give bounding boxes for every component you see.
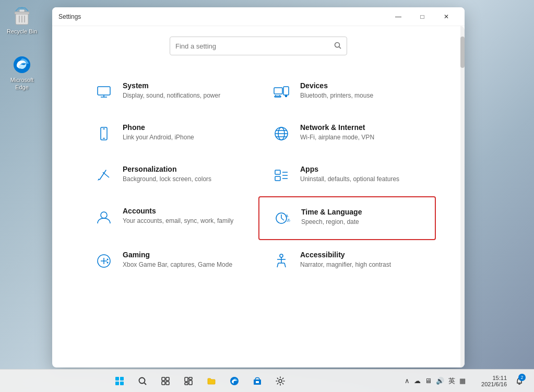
notification-button[interactable]: 2 xyxy=(511,371,528,391)
edge-label: Microsoft Edge xyxy=(3,76,41,91)
svg-line-8 xyxy=(339,46,341,49)
svg-rect-27 xyxy=(275,170,280,174)
recycle-bin-label: Recycle Bin xyxy=(7,28,37,35)
accounts-icon xyxy=(93,207,114,228)
svg-point-42 xyxy=(107,262,109,264)
tray-volume[interactable]: 🔊 xyxy=(434,376,446,386)
svg-point-41 xyxy=(107,259,109,260)
settings-item-devices[interactable]: Devices Bluetooth, printers, mouse xyxy=(258,71,436,113)
network-icon xyxy=(271,123,292,144)
apps-icon xyxy=(271,165,292,186)
accessibility-desc: Narrator, magnifier, high contrast xyxy=(300,260,423,269)
settings-item-gaming[interactable]: Gaming Xbox Game Bar, captures, Game Mod… xyxy=(81,240,258,282)
edge-icon xyxy=(11,54,32,75)
gaming-text: Gaming Xbox Game Bar, captures, Game Mod… xyxy=(123,251,246,269)
widgets-button[interactable] xyxy=(178,371,199,391)
search-bar[interactable] xyxy=(170,37,347,55)
tray-ime[interactable]: 英 xyxy=(447,375,457,387)
svg-point-17 xyxy=(286,96,287,97)
settings-item-apps[interactable]: Apps Uninstall, defaults, optional featu… xyxy=(258,155,436,196)
svg-rect-52 xyxy=(162,377,165,381)
devices-text: Devices Bluetooth, printers, mouse xyxy=(300,81,423,100)
tray-cloud[interactable]: ☁ xyxy=(412,376,422,386)
personalization-text: Personalization Background, lock screen,… xyxy=(123,165,246,184)
svg-rect-48 xyxy=(115,382,119,385)
network-desc: Wi-Fi, airplane mode, VPN xyxy=(300,133,423,142)
system-title: System xyxy=(123,81,246,90)
settings-item-system[interactable]: System Display, sound, notifications, po… xyxy=(81,71,258,113)
gaming-desc: Xbox Game Bar, captures, Game Mode xyxy=(123,260,246,269)
svg-rect-53 xyxy=(166,377,169,381)
personalization-desc: Background, lock screen, colors xyxy=(123,175,246,184)
gaming-title: Gaming xyxy=(123,251,246,259)
devices-title: Devices xyxy=(300,81,423,90)
desktop-icon-edge[interactable]: Microsoft Edge xyxy=(1,52,43,93)
maximize-button[interactable]: □ xyxy=(410,8,434,25)
svg-line-26 xyxy=(103,172,109,177)
svg-rect-16 xyxy=(275,96,281,97)
system-desc: Display, sound, notifications, power xyxy=(123,91,246,100)
accounts-title: Accounts xyxy=(123,207,246,215)
clock[interactable]: 15:11 2021/6/16 xyxy=(472,375,509,387)
scrollbar-track[interactable] xyxy=(460,26,465,367)
svg-text:A: A xyxy=(286,213,289,218)
notification-badge: 2 xyxy=(518,374,526,381)
settings-grid: System Display, sound, notifications, po… xyxy=(81,71,436,282)
taskbar-edge-button[interactable] xyxy=(224,371,245,391)
svg-rect-59 xyxy=(185,383,188,385)
devices-desc: Bluetooth, printers, mouse xyxy=(300,91,423,100)
devices-icon xyxy=(271,81,292,102)
settings-item-phone[interactable]: Phone Link your Android, iPhone xyxy=(81,113,258,155)
phone-title: Phone xyxy=(123,123,246,132)
accounts-desc: Your accounts, email, sync, work, family xyxy=(123,217,246,225)
taskbar-store-button[interactable] xyxy=(247,371,268,391)
minimize-button[interactable]: — xyxy=(386,8,410,25)
svg-rect-54 xyxy=(162,382,165,385)
title-bar: Settings — □ ✕ xyxy=(52,7,465,26)
start-button[interactable] xyxy=(109,371,130,391)
task-view-button[interactable] xyxy=(155,371,176,391)
gaming-icon xyxy=(93,251,114,271)
close-button[interactable]: ✕ xyxy=(434,8,458,25)
network-title: Network & Internet xyxy=(300,123,423,132)
settings-item-time-language[interactable]: A あ Time & Language Speech, region, date xyxy=(258,196,436,240)
system-tray: ∧ ☁ 🖥 🔊 英 ▦ xyxy=(400,375,470,387)
svg-rect-47 xyxy=(120,377,124,381)
file-explorer-button[interactable] xyxy=(201,371,222,391)
settings-item-accounts[interactable]: Accounts Your accounts, email, sync, wor… xyxy=(81,196,258,240)
settings-content: System Display, sound, notifications, po… xyxy=(52,26,465,367)
personalization-title: Personalization xyxy=(123,165,246,173)
svg-rect-46 xyxy=(115,377,119,381)
apps-text: Apps Uninstall, defaults, optional featu… xyxy=(300,165,423,184)
tray-display[interactable]: 🖥 xyxy=(423,376,433,386)
taskbar-center xyxy=(0,371,400,391)
clock-time: 15:11 xyxy=(492,375,507,381)
desktop-icon-recycle-bin[interactable]: Recycle Bin xyxy=(1,4,43,37)
taskbar: ∧ ☁ 🖥 🔊 英 ▦ 15:11 2021/6/16 2 xyxy=(0,369,534,392)
svg-rect-49 xyxy=(120,382,124,385)
taskbar-search-button[interactable] xyxy=(132,371,153,391)
phone-text: Phone Link your Android, iPhone xyxy=(123,123,246,142)
tray-chevron[interactable]: ∧ xyxy=(403,376,411,386)
svg-point-63 xyxy=(279,379,282,383)
system-icon xyxy=(93,81,114,102)
apps-desc: Uninstall, defaults, optional features xyxy=(300,175,423,184)
phone-desc: Link your Android, iPhone xyxy=(123,133,246,142)
settings-item-network[interactable]: Network & Internet Wi-Fi, airplane mode,… xyxy=(258,113,436,155)
taskbar-settings-button[interactable] xyxy=(270,371,291,391)
accessibility-text: Accessibility Narrator, magnifier, high … xyxy=(300,251,423,269)
scrollbar-thumb[interactable] xyxy=(460,37,465,68)
search-input[interactable] xyxy=(175,42,330,50)
accounts-text: Accounts Your accounts, email, sync, wor… xyxy=(123,207,246,225)
time-language-desc: Speech, region, date xyxy=(301,218,422,227)
settings-item-personalization[interactable]: Personalization Background, lock screen,… xyxy=(81,155,258,196)
window-controls: — □ ✕ xyxy=(386,8,458,25)
settings-item-accessibility[interactable]: Accessibility Narrator, magnifier, high … xyxy=(258,240,436,282)
svg-point-50 xyxy=(139,377,145,383)
svg-rect-12 xyxy=(274,88,282,94)
system-text: System Display, sound, notifications, po… xyxy=(123,81,246,100)
svg-rect-56 xyxy=(185,377,188,382)
svg-rect-57 xyxy=(189,377,192,379)
tray-keyboard[interactable]: ▦ xyxy=(458,376,467,386)
taskbar-right: ∧ ☁ 🖥 🔊 英 ▦ 15:11 2021/6/16 2 xyxy=(400,371,534,391)
